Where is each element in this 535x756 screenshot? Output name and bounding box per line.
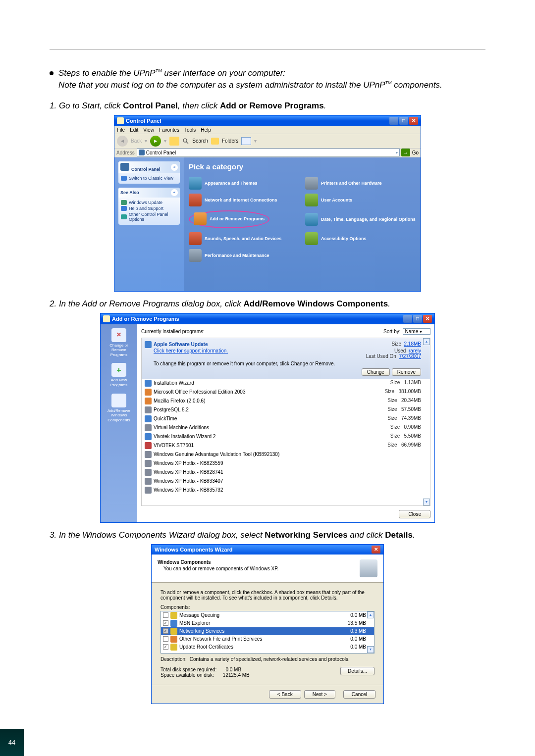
cancel-button[interactable]: Cancel: [343, 690, 375, 699]
switch-view-link[interactable]: Switch to Classic View: [121, 175, 177, 181]
remove-button[interactable]: Remove: [392, 368, 421, 376]
scroll-up[interactable]: ▴: [423, 338, 430, 345]
cat-date[interactable]: Date, Time, Language, and Regional Optio…: [305, 210, 416, 228]
add-remove-components-btn[interactable]: Add/Remove Windows Components: [103, 394, 135, 423]
help-support-link[interactable]: Help and Support: [121, 205, 177, 211]
component-row[interactable]: ✓Networking Services0.3 MB: [161, 627, 374, 635]
sort-label: Sort by:: [383, 329, 400, 334]
minimize-button[interactable]: _: [389, 117, 398, 125]
component-row[interactable]: ✓Update Root Certificates0.0 MB: [161, 643, 374, 651]
bullet-icon: [50, 71, 54, 75]
go-button[interactable]: →: [401, 149, 410, 156]
support-link[interactable]: Click here for support information.: [154, 348, 228, 353]
address-label: Address: [114, 150, 137, 155]
menu-favorites[interactable]: Favorites: [159, 127, 179, 133]
back-button[interactable]: ◄: [117, 136, 128, 147]
checkbox[interactable]: ✓: [163, 644, 168, 650]
cat-sounds[interactable]: Sounds, Speech, and Audio Devices: [189, 232, 299, 245]
program-row[interactable]: Mozilla Firefox (2.0.0.6)Size 20.34MB: [142, 397, 430, 405]
item-icon: [170, 612, 177, 619]
program-row[interactable]: Vivotek Installation Wizard 2Size 5.50MB: [142, 432, 430, 441]
collapse-icon[interactable]: «: [171, 189, 178, 196]
program-row[interactable]: VIVOTEK ST7501Size 66.99MB: [142, 441, 430, 450]
checkbox[interactable]: [163, 612, 168, 618]
program-icon: [145, 389, 152, 396]
component-row[interactable]: Message Queuing0.0 MB: [161, 611, 374, 619]
menu-edit[interactable]: Edit: [130, 127, 138, 133]
item-icon: [170, 628, 177, 635]
next-button[interactable]: Next >: [304, 690, 335, 699]
cat-network[interactable]: Network and Internet Connections: [189, 194, 299, 206]
program-icon: [145, 469, 152, 476]
sort-select[interactable]: Name ▾: [403, 328, 430, 335]
address-input[interactable]: Control Panel ▾: [137, 149, 400, 156]
close-button[interactable]: ✕: [409, 117, 418, 125]
close-button[interactable]: ✕: [423, 315, 432, 323]
dropdown-icon[interactable]: ▾: [396, 151, 398, 155]
menu-tools[interactable]: Tools: [184, 127, 196, 133]
component-row[interactable]: Other Network File and Print Services0.0…: [161, 635, 374, 643]
wizard-icon: [360, 559, 377, 577]
windows-update-link[interactable]: Windows Update: [121, 200, 177, 205]
page-number: 44: [0, 729, 24, 756]
folders-label[interactable]: Folders: [222, 138, 238, 144]
up-icon[interactable]: [169, 137, 179, 146]
change-button[interactable]: Change: [362, 368, 390, 376]
cat-appearance[interactable]: Appearance and Themes: [189, 177, 299, 190]
change-remove-btn[interactable]: Change or Remove Programs: [103, 328, 135, 357]
search-label[interactable]: Search: [192, 138, 208, 144]
step-1: 1. Go to Start, click Control Panel, the…: [50, 101, 485, 111]
add-new-btn[interactable]: Add New Programs: [103, 363, 135, 387]
wizard-title: Windows Components: [158, 559, 360, 565]
maximize-button[interactable]: □: [399, 117, 408, 125]
checkbox[interactable]: ✓: [163, 628, 168, 634]
scroll-up[interactable]: ▴: [367, 611, 374, 618]
views-icon[interactable]: [241, 137, 251, 145]
cat-accessibility[interactable]: Accessibility Options: [305, 232, 416, 245]
program-row[interactable]: Microsoft Office Professional Edition 20…: [142, 388, 430, 397]
program-row[interactable]: PostgreSQL 8.2Size 57.50MB: [142, 405, 430, 414]
menu-help[interactable]: Help: [201, 127, 211, 133]
other-options-link[interactable]: Other Control Panel Options: [121, 211, 177, 222]
cat-users[interactable]: User Accounts: [305, 194, 416, 206]
program-icon: [145, 460, 152, 467]
titlebar: Windows Components Wizard ✕: [152, 545, 383, 554]
minimize-button[interactable]: _: [403, 315, 412, 323]
scroll-down[interactable]: ▾: [367, 646, 374, 653]
checkbox[interactable]: [163, 636, 168, 642]
menu-file[interactable]: File: [117, 127, 125, 133]
program-row[interactable]: Windows XP Hotfix - KB823559: [142, 459, 430, 468]
program-row[interactable]: QuickTimeSize 74.39MB: [142, 414, 430, 423]
cat-printers[interactable]: Printers and Other Hardware: [305, 177, 416, 190]
details-button[interactable]: Details...: [340, 667, 374, 675]
cat-add-remove[interactable]: Add or Remove Programs: [194, 212, 265, 225]
program-row[interactable]: Virtual Machine AdditionsSize 0.90MB: [142, 423, 430, 432]
installed-label: Currently installed programs:: [141, 329, 205, 334]
collapse-icon[interactable]: «: [171, 164, 178, 171]
program-row[interactable]: Windows XP Hotfix - KB833407: [142, 477, 430, 486]
program-row[interactable]: Installation WizardSize 1.13MB: [142, 379, 430, 388]
menu-view[interactable]: View: [143, 127, 154, 133]
titlebar: Add or Remove Programs _ □ ✕: [101, 313, 434, 324]
close-button[interactable]: Close: [399, 510, 430, 518]
program-row[interactable]: Windows XP Hotfix - KB835732: [142, 486, 430, 495]
program-icon: [145, 341, 152, 348]
selected-program[interactable]: Apple Software Update Size 2.18MB Click …: [142, 338, 430, 379]
components-icon: [111, 394, 126, 407]
maximize-button[interactable]: □: [413, 315, 422, 323]
program-row[interactable]: Windows Genuine Advantage Validation Too…: [142, 450, 430, 459]
component-row[interactable]: ✓MSN Explorer13.5 MB: [161, 619, 374, 627]
highlight-oval: Add or Remove Programs: [189, 210, 269, 228]
program-icon: [145, 398, 152, 404]
toolbar: ◄ Back ▾ ► ▾ Search Folders ▾: [114, 134, 421, 149]
cat-performance[interactable]: Performance and Maintenance: [189, 249, 299, 262]
back-button[interactable]: < Back: [269, 690, 301, 699]
close-button[interactable]: ✕: [372, 546, 380, 554]
scroll-down[interactable]: ▾: [423, 499, 430, 505]
components-label: Components:: [160, 605, 374, 610]
program-row[interactable]: Windows XP Hotfix - KB828741: [142, 468, 430, 477]
performance-icon: [189, 249, 202, 262]
main-area: Pick a category Appearance and Themes Pr…: [184, 157, 421, 291]
forward-button[interactable]: ►: [150, 136, 161, 147]
checkbox[interactable]: ✓: [163, 620, 168, 626]
